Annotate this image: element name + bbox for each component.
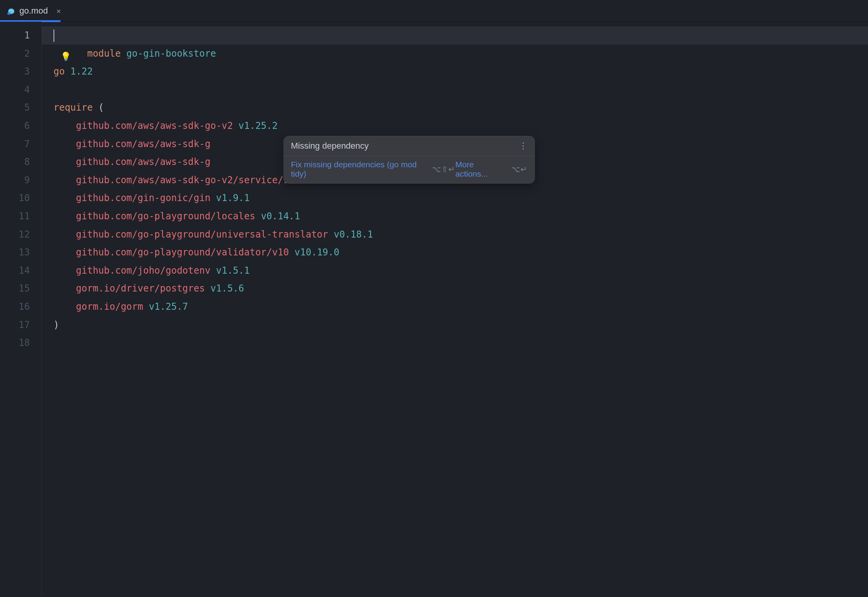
code-line[interactable]: github.com/joho/godotenv v1.5.1 xyxy=(42,262,868,280)
editor[interactable]: 1 2 3 4 5 6 7 8 9 10 11 12 13 14 15 16 1… xyxy=(0,22,868,597)
line-number[interactable]: 2 xyxy=(0,45,41,63)
dependency-package: gorm.io/driver/postgres xyxy=(76,283,205,294)
dependency-version: v1.5.6 xyxy=(211,283,244,294)
code-line[interactable]: github.com/aws/aws-sdk-go-v2 v1.25.2 xyxy=(42,117,868,135)
line-number[interactable]: 13 xyxy=(0,243,41,262)
code-line[interactable]: github.com/go-playground/locales v0.14.1 xyxy=(42,207,868,226)
line-number[interactable]: 11 xyxy=(0,207,41,226)
dependency-version: v1.25.7 xyxy=(149,301,188,312)
tab-bar: go.mod × xyxy=(0,0,868,22)
dependency-version: v10.19.0 xyxy=(294,247,339,258)
go-version: 1.22 xyxy=(70,66,93,77)
line-number[interactable]: 3 xyxy=(0,62,41,81)
tab-label: go.mod xyxy=(19,6,48,16)
code-line[interactable]: ) xyxy=(42,316,868,334)
keyword: go xyxy=(54,66,65,77)
dependency-version: v1.9.1 xyxy=(216,193,250,203)
dependency-package: github.com/aws/aws-sdk-go-v2 xyxy=(76,120,233,131)
tab-go-mod[interactable]: go.mod × xyxy=(0,0,69,22)
line-number[interactable]: 8 xyxy=(0,153,41,171)
dependency-version: v0.18.1 xyxy=(334,229,373,240)
dependency-package: github.com/aws/aws-sdk-g xyxy=(76,139,211,149)
code-area[interactable]: module go-gin-bookstore 💡 go 1.22 requir… xyxy=(42,22,868,597)
dependency-version: v1.5.1 xyxy=(216,265,250,276)
line-number[interactable]: 7 xyxy=(0,135,41,153)
dependency-package: gorm.io/gorm xyxy=(76,301,143,312)
code-line[interactable] xyxy=(42,81,868,99)
svg-point-4 xyxy=(12,10,12,10)
hint-title: Missing dependency xyxy=(291,141,369,151)
line-number[interactable]: 12 xyxy=(0,226,41,244)
close-icon[interactable]: × xyxy=(55,6,62,16)
gutter: 1 2 3 4 5 6 7 8 9 10 11 12 13 14 15 16 1… xyxy=(0,22,42,597)
line-number[interactable]: 4 xyxy=(0,81,41,99)
line-number[interactable]: 6 xyxy=(0,117,41,135)
dependency-version: v1.25.2 xyxy=(239,120,278,131)
line-number[interactable]: 1 xyxy=(0,26,41,45)
dependency-package: github.com/joho/godotenv xyxy=(76,265,211,276)
more-actions-link[interactable]: More actions... xyxy=(455,160,505,179)
text-cursor xyxy=(54,30,54,42)
shortcut-label: ⌥⇧↵ xyxy=(432,165,455,174)
line-number[interactable]: 5 xyxy=(0,99,41,117)
dependency-package: github.com/go-playground/validator/v10 xyxy=(76,247,289,258)
dependency-package: github.com/aws/aws-sdk-go-v2/service/s3 xyxy=(76,175,295,186)
dependency-package: github.com/go-playground/universal-trans… xyxy=(76,229,328,240)
dependency-package: github.com/go-playground/locales xyxy=(76,211,255,222)
code-line[interactable]: github.com/go-playground/validator/v10 v… xyxy=(42,243,868,262)
line-number[interactable]: 14 xyxy=(0,262,41,280)
line-number[interactable]: 16 xyxy=(0,298,41,316)
fix-dependencies-link[interactable]: Fix missing dependencies (go mod tidy) xyxy=(291,160,426,179)
line-number[interactable]: 9 xyxy=(0,171,41,189)
paren-open: ( xyxy=(99,102,104,113)
svg-point-3 xyxy=(10,10,10,10)
line-number[interactable]: 10 xyxy=(0,189,41,207)
code-line[interactable] xyxy=(42,334,868,352)
code-line[interactable]: gorm.io/driver/postgres v1.5.6 xyxy=(42,279,868,298)
code-line[interactable]: github.com/gin-gonic/gin v1.9.1 xyxy=(42,189,868,207)
dependency-version: v0.14.1 xyxy=(261,211,300,222)
code-line[interactable]: go 1.22 xyxy=(42,62,868,81)
svg-rect-5 xyxy=(7,12,10,15)
code-line[interactable]: module go-gin-bookstore xyxy=(42,26,868,45)
shortcut-label: ⌥↵ xyxy=(511,165,527,174)
paren-close: ) xyxy=(54,319,59,330)
dependency-package: github.com/gin-gonic/gin xyxy=(76,193,211,203)
kebab-icon[interactable]: ⋮ xyxy=(519,142,527,150)
line-number[interactable]: 15 xyxy=(0,279,41,298)
line-number[interactable]: 17 xyxy=(0,316,41,334)
code-line[interactable]: gorm.io/gorm v1.25.7 xyxy=(42,298,868,316)
code-line[interactable]: require ( xyxy=(42,99,868,117)
keyword: require xyxy=(54,102,93,113)
code-line[interactable]: 💡 xyxy=(42,45,868,63)
dependency-package: github.com/aws/aws-sdk-g xyxy=(76,156,211,167)
line-number[interactable]: 18 xyxy=(0,334,41,352)
code-line[interactable]: github.com/go-playground/universal-trans… xyxy=(42,226,868,244)
go-file-icon xyxy=(7,7,16,15)
inspection-hint-popup: Missing dependency ⋮ Fix missing depende… xyxy=(284,136,535,184)
